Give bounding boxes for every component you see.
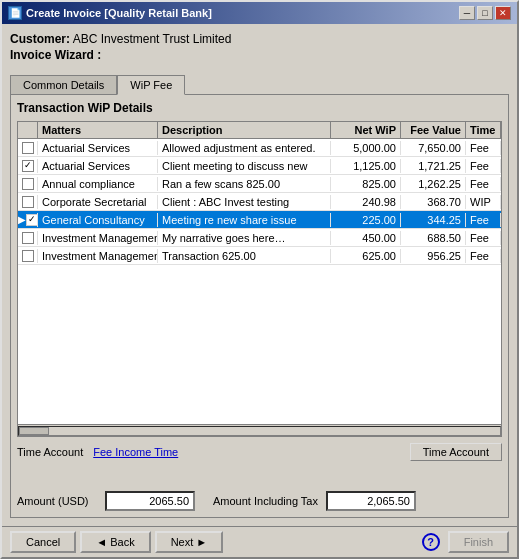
wizard-label: Invoice Wizard :	[10, 48, 509, 62]
row-matters-3: Corporate Secretarial	[38, 195, 158, 209]
row-netwip-4: 225.00	[331, 213, 401, 227]
scrollbar-thumb[interactable]	[19, 427, 49, 435]
table-row[interactable]: Investment Management Transaction 625.00…	[18, 247, 501, 265]
title-bar-left: 📄 Create Invoice [Quality Retail Bank]	[8, 6, 212, 20]
row-netwip-0: 5,000.00	[331, 141, 401, 155]
checkbox-5[interactable]	[22, 232, 34, 244]
th-time: Time	[466, 122, 501, 138]
table-row[interactable]: Annual compliance Ran a few scans 825.00…	[18, 175, 501, 193]
row-feevalue-2: 1,262.25	[401, 177, 466, 191]
time-account-button[interactable]: Time Account	[410, 443, 502, 461]
close-button[interactable]: ✕	[495, 6, 511, 20]
row-select-0[interactable]	[18, 141, 38, 155]
row-feevalue-0: 7,650.00	[401, 141, 466, 155]
th-net-wip: Net WiP	[331, 122, 401, 138]
fee-income-link[interactable]: Fee Income Time	[93, 446, 178, 458]
panel-title: Transaction WiP Details	[17, 101, 502, 115]
row-matters-1: Actuarial Services	[38, 159, 158, 173]
row-desc-5: My narrative goes here…	[158, 231, 331, 245]
time-account-row: Time Account Fee Income Time Time Accoun…	[17, 443, 502, 461]
row-desc-2: Ran a few scans 825.00	[158, 177, 331, 191]
table-body: Actuarial Services Allowed adjustment as…	[18, 139, 501, 424]
row-netwip-3: 240.98	[331, 195, 401, 209]
tab-common-details[interactable]: Common Details	[10, 75, 117, 95]
row-feevalue-3: 368.70	[401, 195, 466, 209]
table-row[interactable]: ▶ General Consultancy Meeting re new sha…	[18, 211, 501, 229]
horizontal-scrollbar[interactable]	[18, 424, 501, 436]
row-netwip-6: 625.00	[331, 249, 401, 263]
row-matters-4: General Consultancy	[38, 213, 158, 227]
amount-tax-label: Amount Including Tax	[213, 495, 318, 507]
transaction-table: Matters Description Net WiP Fee Value Ti…	[17, 121, 502, 437]
table-row[interactable]: Actuarial Services Client meeting to dis…	[18, 157, 501, 175]
row-desc-6: Transaction 625.00	[158, 249, 331, 263]
row-arrow-icon: ▶	[18, 214, 26, 225]
scrollbar-track[interactable]	[18, 426, 501, 436]
row-feevalue-6: 956.25	[401, 249, 466, 263]
table-row[interactable]: Actuarial Services Allowed adjustment as…	[18, 139, 501, 157]
wip-fee-panel: Transaction WiP Details Matters Descript…	[10, 94, 509, 518]
row-netwip-5: 450.00	[331, 231, 401, 245]
time-account-label: Time Account	[17, 446, 83, 458]
row-select-2[interactable]	[18, 177, 38, 191]
back-button[interactable]: ◄ Back	[80, 531, 150, 553]
row-select-3[interactable]	[18, 195, 38, 209]
row-netwip-1: 1,125.00	[331, 159, 401, 173]
amount-row: Amount (USD) Amount Including Tax	[17, 491, 502, 511]
minimize-button[interactable]: ─	[459, 6, 475, 20]
checkbox-4[interactable]	[26, 214, 38, 226]
row-desc-0: Allowed adjustment as entered.	[158, 141, 331, 155]
customer-section: Customer: ABC Investment Trust Limited I…	[10, 32, 509, 62]
customer-line: Customer: ABC Investment Trust Limited	[10, 32, 509, 46]
row-time-0: Fee	[466, 141, 501, 155]
row-time-1: Fee	[466, 159, 501, 173]
row-matters-2: Annual compliance	[38, 177, 158, 191]
help-icon[interactable]: ?	[422, 533, 440, 551]
app-icon: 📄	[8, 6, 22, 20]
customer-name: ABC Investment Trust Limited	[73, 32, 232, 46]
row-feevalue-4: 344.25	[401, 213, 466, 227]
amount-label: Amount (USD)	[17, 495, 97, 507]
row-time-2: Fee	[466, 177, 501, 191]
row-netwip-2: 825.00	[331, 177, 401, 191]
tabs: Common Details WiP Fee	[10, 74, 509, 94]
row-select-1[interactable]	[18, 159, 38, 173]
table-row[interactable]: Corporate Secretarial Client : ABC Inves…	[18, 193, 501, 211]
footer: Cancel ◄ Back Next ► ? Finish	[2, 526, 517, 557]
row-feevalue-5: 688.50	[401, 231, 466, 245]
table-header: Matters Description Net WiP Fee Value Ti…	[18, 122, 501, 139]
maximize-button[interactable]: □	[477, 6, 493, 20]
row-time-4: Fee	[466, 213, 501, 227]
row-desc-3: Client : ABC Invest testing	[158, 195, 331, 209]
row-time-3: WIP	[466, 195, 501, 209]
row-time-6: Fee	[466, 249, 501, 263]
th-description: Description	[158, 122, 331, 138]
row-matters-0: Actuarial Services	[38, 141, 158, 155]
checkbox-3[interactable]	[22, 196, 34, 208]
main-window: 📄 Create Invoice [Quality Retail Bank] ─…	[0, 0, 519, 559]
customer-label: Customer:	[10, 32, 70, 46]
row-select-5[interactable]	[18, 231, 38, 245]
row-select-6[interactable]	[18, 249, 38, 263]
row-time-5: Fee	[466, 231, 501, 245]
checkbox-1[interactable]	[22, 160, 34, 172]
th-fee-value: Fee Value	[401, 122, 466, 138]
tab-wip-fee[interactable]: WiP Fee	[117, 75, 185, 95]
finish-button[interactable]: Finish	[448, 531, 509, 553]
row-desc-4: Meeting re new share issue	[158, 213, 331, 227]
checkbox-0[interactable]	[22, 142, 34, 154]
amount-input[interactable]	[105, 491, 195, 511]
next-button[interactable]: Next ►	[155, 531, 224, 553]
row-matters-6: Investment Management	[38, 249, 158, 263]
title-controls: ─ □ ✕	[459, 6, 511, 20]
cancel-button[interactable]: Cancel	[10, 531, 76, 553]
amount-tax-input[interactable]	[326, 491, 416, 511]
row-select-4[interactable]: ▶	[18, 213, 38, 227]
table-row[interactable]: Investment Management My narrative goes …	[18, 229, 501, 247]
row-feevalue-1: 1,721.25	[401, 159, 466, 173]
checkbox-2[interactable]	[22, 178, 34, 190]
checkbox-6[interactable]	[22, 250, 34, 262]
window-title: Create Invoice [Quality Retail Bank]	[26, 7, 212, 19]
row-desc-1: Client meeting to discuss new	[158, 159, 331, 173]
content-area: Customer: ABC Investment Trust Limited I…	[2, 24, 517, 526]
